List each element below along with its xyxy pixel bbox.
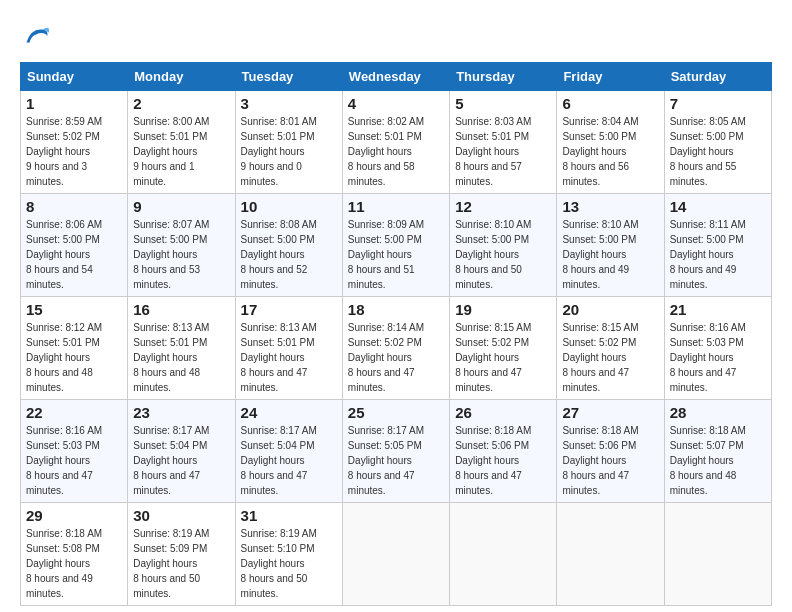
day-number: 1 (26, 95, 122, 112)
calendar-cell: 31 Sunrise: 8:19 AMSunset: 5:10 PMDaylig… (235, 503, 342, 606)
weekday-header-thursday: Thursday (450, 63, 557, 91)
calendar-cell (342, 503, 449, 606)
day-number: 13 (562, 198, 658, 215)
day-number: 12 (455, 198, 551, 215)
day-number: 9 (133, 198, 229, 215)
calendar-cell: 17 Sunrise: 8:13 AMSunset: 5:01 PMDaylig… (235, 297, 342, 400)
day-info: Sunrise: 8:08 AMSunset: 5:00 PMDaylight … (241, 219, 317, 290)
day-info: Sunrise: 8:06 AMSunset: 5:00 PMDaylight … (26, 219, 102, 290)
calendar-cell: 22 Sunrise: 8:16 AMSunset: 5:03 PMDaylig… (21, 400, 128, 503)
weekday-header-wednesday: Wednesday (342, 63, 449, 91)
day-info: Sunrise: 8:07 AMSunset: 5:00 PMDaylight … (133, 219, 209, 290)
day-info: Sunrise: 8:17 AMSunset: 5:05 PMDaylight … (348, 425, 424, 496)
day-info: Sunrise: 8:16 AMSunset: 5:03 PMDaylight … (670, 322, 746, 393)
day-number: 17 (241, 301, 337, 318)
day-info: Sunrise: 8:17 AMSunset: 5:04 PMDaylight … (133, 425, 209, 496)
page-header (20, 20, 772, 52)
calendar-cell: 2 Sunrise: 8:00 AMSunset: 5:01 PMDayligh… (128, 91, 235, 194)
day-number: 22 (26, 404, 122, 421)
calendar-cell: 3 Sunrise: 8:01 AMSunset: 5:01 PMDayligh… (235, 91, 342, 194)
day-info: Sunrise: 8:15 AMSunset: 5:02 PMDaylight … (562, 322, 638, 393)
week-row-2: 8 Sunrise: 8:06 AMSunset: 5:00 PMDayligh… (21, 194, 772, 297)
week-row-3: 15 Sunrise: 8:12 AMSunset: 5:01 PMDaylig… (21, 297, 772, 400)
day-info: Sunrise: 8:00 AMSunset: 5:01 PMDaylight … (133, 116, 209, 187)
day-number: 28 (670, 404, 766, 421)
day-number: 4 (348, 95, 444, 112)
day-number: 3 (241, 95, 337, 112)
week-row-4: 22 Sunrise: 8:16 AMSunset: 5:03 PMDaylig… (21, 400, 772, 503)
day-number: 19 (455, 301, 551, 318)
day-number: 30 (133, 507, 229, 524)
weekday-header-friday: Friday (557, 63, 664, 91)
day-number: 27 (562, 404, 658, 421)
calendar-cell (664, 503, 771, 606)
calendar-cell: 18 Sunrise: 8:14 AMSunset: 5:02 PMDaylig… (342, 297, 449, 400)
day-info: Sunrise: 8:18 AMSunset: 5:06 PMDaylight … (562, 425, 638, 496)
day-number: 16 (133, 301, 229, 318)
calendar-cell (557, 503, 664, 606)
day-info: Sunrise: 8:18 AMSunset: 5:08 PMDaylight … (26, 528, 102, 599)
calendar-cell: 20 Sunrise: 8:15 AMSunset: 5:02 PMDaylig… (557, 297, 664, 400)
calendar-cell: 25 Sunrise: 8:17 AMSunset: 5:05 PMDaylig… (342, 400, 449, 503)
calendar-cell: 19 Sunrise: 8:15 AMSunset: 5:02 PMDaylig… (450, 297, 557, 400)
day-info: Sunrise: 8:03 AMSunset: 5:01 PMDaylight … (455, 116, 531, 187)
calendar-cell: 23 Sunrise: 8:17 AMSunset: 5:04 PMDaylig… (128, 400, 235, 503)
day-number: 14 (670, 198, 766, 215)
day-number: 18 (348, 301, 444, 318)
day-number: 29 (26, 507, 122, 524)
day-number: 11 (348, 198, 444, 215)
day-number: 15 (26, 301, 122, 318)
day-info: Sunrise: 8:16 AMSunset: 5:03 PMDaylight … (26, 425, 102, 496)
day-number: 6 (562, 95, 658, 112)
calendar-cell: 14 Sunrise: 8:11 AMSunset: 5:00 PMDaylig… (664, 194, 771, 297)
calendar-cell: 30 Sunrise: 8:19 AMSunset: 5:09 PMDaylig… (128, 503, 235, 606)
day-number: 31 (241, 507, 337, 524)
calendar-cell: 27 Sunrise: 8:18 AMSunset: 5:06 PMDaylig… (557, 400, 664, 503)
calendar-cell: 7 Sunrise: 8:05 AMSunset: 5:00 PMDayligh… (664, 91, 771, 194)
calendar-cell (450, 503, 557, 606)
week-row-1: 1 Sunrise: 8:59 AMSunset: 5:02 PMDayligh… (21, 91, 772, 194)
calendar-cell: 10 Sunrise: 8:08 AMSunset: 5:00 PMDaylig… (235, 194, 342, 297)
week-row-5: 29 Sunrise: 8:18 AMSunset: 5:08 PMDaylig… (21, 503, 772, 606)
day-number: 8 (26, 198, 122, 215)
day-info: Sunrise: 8:02 AMSunset: 5:01 PMDaylight … (348, 116, 424, 187)
day-info: Sunrise: 8:10 AMSunset: 5:00 PMDaylight … (455, 219, 531, 290)
calendar-cell: 21 Sunrise: 8:16 AMSunset: 5:03 PMDaylig… (664, 297, 771, 400)
day-number: 23 (133, 404, 229, 421)
calendar-table: SundayMondayTuesdayWednesdayThursdayFrid… (20, 62, 772, 606)
calendar-cell: 11 Sunrise: 8:09 AMSunset: 5:00 PMDaylig… (342, 194, 449, 297)
day-number: 2 (133, 95, 229, 112)
calendar-cell: 5 Sunrise: 8:03 AMSunset: 5:01 PMDayligh… (450, 91, 557, 194)
day-info: Sunrise: 8:59 AMSunset: 5:02 PMDaylight … (26, 116, 102, 187)
weekday-header-monday: Monday (128, 63, 235, 91)
calendar-cell: 4 Sunrise: 8:02 AMSunset: 5:01 PMDayligh… (342, 91, 449, 194)
calendar-cell: 8 Sunrise: 8:06 AMSunset: 5:00 PMDayligh… (21, 194, 128, 297)
day-number: 5 (455, 95, 551, 112)
day-info: Sunrise: 8:10 AMSunset: 5:00 PMDaylight … (562, 219, 638, 290)
day-info: Sunrise: 8:12 AMSunset: 5:01 PMDaylight … (26, 322, 102, 393)
day-info: Sunrise: 8:13 AMSunset: 5:01 PMDaylight … (241, 322, 317, 393)
calendar-cell: 12 Sunrise: 8:10 AMSunset: 5:00 PMDaylig… (450, 194, 557, 297)
day-number: 20 (562, 301, 658, 318)
day-info: Sunrise: 8:19 AMSunset: 5:10 PMDaylight … (241, 528, 317, 599)
weekday-header-saturday: Saturday (664, 63, 771, 91)
weekday-header-tuesday: Tuesday (235, 63, 342, 91)
day-number: 26 (455, 404, 551, 421)
day-info: Sunrise: 8:14 AMSunset: 5:02 PMDaylight … (348, 322, 424, 393)
day-info: Sunrise: 8:18 AMSunset: 5:07 PMDaylight … (670, 425, 746, 496)
logo (20, 20, 56, 52)
day-info: Sunrise: 8:19 AMSunset: 5:09 PMDaylight … (133, 528, 209, 599)
calendar-cell: 29 Sunrise: 8:18 AMSunset: 5:08 PMDaylig… (21, 503, 128, 606)
calendar-cell: 6 Sunrise: 8:04 AMSunset: 5:00 PMDayligh… (557, 91, 664, 194)
day-info: Sunrise: 8:09 AMSunset: 5:00 PMDaylight … (348, 219, 424, 290)
day-info: Sunrise: 8:15 AMSunset: 5:02 PMDaylight … (455, 322, 531, 393)
day-number: 24 (241, 404, 337, 421)
calendar-cell: 1 Sunrise: 8:59 AMSunset: 5:02 PMDayligh… (21, 91, 128, 194)
day-number: 10 (241, 198, 337, 215)
day-info: Sunrise: 8:18 AMSunset: 5:06 PMDaylight … (455, 425, 531, 496)
day-info: Sunrise: 8:11 AMSunset: 5:00 PMDaylight … (670, 219, 746, 290)
day-info: Sunrise: 8:05 AMSunset: 5:00 PMDaylight … (670, 116, 746, 187)
day-info: Sunrise: 8:13 AMSunset: 5:01 PMDaylight … (133, 322, 209, 393)
calendar-cell: 24 Sunrise: 8:17 AMSunset: 5:04 PMDaylig… (235, 400, 342, 503)
day-number: 21 (670, 301, 766, 318)
